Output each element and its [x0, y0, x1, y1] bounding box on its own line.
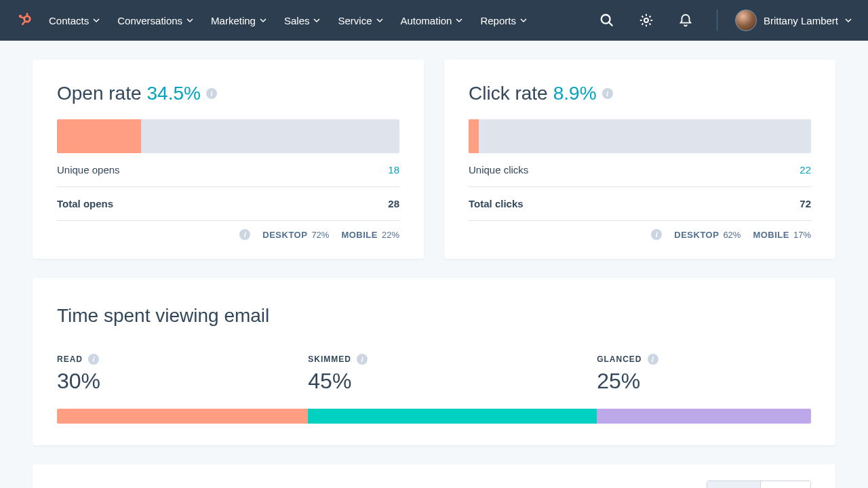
nav-contacts[interactable]: Contacts [49, 15, 100, 26]
read-value: 30% [57, 369, 308, 394]
info-icon[interactable]: i [357, 354, 368, 365]
open-rate-title: Open rate 34.5% i [57, 83, 399, 104]
chevron-down-icon [520, 17, 527, 24]
nav-automation[interactable]: Automation [401, 15, 463, 26]
read-label: READ [57, 354, 83, 364]
open-rate-card: Open rate 34.5% i Unique opens 18 Total … [33, 60, 424, 259]
bar-glanced [597, 409, 811, 424]
open-rate-label: Open rate [57, 83, 142, 104]
hubspot-logo-icon[interactable] [16, 12, 33, 28]
total-opens-value: 28 [388, 198, 399, 209]
nav-right-icons: Brittany Lambert [593, 7, 852, 34]
nav-label: Conversations [117, 15, 182, 26]
chevron-down-icon [93, 17, 100, 24]
skimmed-label: SKIMMED [308, 354, 351, 364]
nav-label: Automation [401, 15, 452, 26]
segment-read: READ i 30% [57, 354, 308, 394]
chevron-down-icon [845, 17, 852, 24]
bell-icon[interactable] [672, 7, 699, 34]
nav-marketing[interactable]: Marketing [211, 15, 267, 26]
skimmed-value: 45% [308, 369, 597, 394]
chevron-down-icon [186, 17, 193, 24]
bar-skimmed [308, 409, 597, 424]
chevron-down-icon [456, 17, 462, 24]
open-rate-bar-fill [57, 119, 141, 153]
bar-read [57, 409, 308, 424]
desktop-group: DESKTOP 62% [674, 230, 741, 240]
info-icon[interactable]: i [602, 88, 613, 99]
svg-point-6 [22, 23, 24, 25]
opens-clicks-toggle: Opens Clicks [707, 481, 811, 488]
svg-point-7 [601, 15, 610, 24]
info-icon[interactable]: i [206, 88, 217, 99]
time-spent-segments: READ i 30% SKIMMED i 45% GLANCED i 25% [57, 354, 811, 394]
click-rate-value: 8.9% [553, 83, 597, 104]
mobile-value: 17% [793, 230, 811, 240]
top-nav: Contacts Conversations Marketing Sales S… [0, 0, 868, 41]
total-clicks-label: Total clicks [469, 198, 524, 209]
info-icon[interactable]: i [88, 354, 99, 365]
nav-label: Sales [284, 15, 310, 26]
svg-point-9 [644, 18, 648, 22]
chevron-down-icon [313, 17, 320, 24]
nav-reports[interactable]: Reports [480, 15, 527, 26]
unique-opens-row: Unique opens 18 [57, 153, 399, 187]
info-icon[interactable]: i [651, 229, 662, 240]
click-rate-device-row: i DESKTOP 62% MOBILE 17% [469, 221, 811, 240]
total-opens-label: Total opens [57, 198, 113, 209]
desktop-value: 72% [311, 230, 329, 240]
time-spent-title: Time spent viewing email [57, 305, 811, 327]
svg-point-4 [26, 13, 28, 15]
user-menu[interactable]: Brittany Lambert [735, 9, 852, 31]
page-content: Open rate 34.5% i Unique opens 18 Total … [0, 41, 868, 488]
time-spent-card: Time spent viewing email READ i 30% SKIM… [33, 278, 835, 445]
mobile-label: MOBILE [341, 230, 378, 240]
open-rate-value: 34.5% [147, 83, 201, 104]
nav-label: Reports [480, 15, 516, 26]
nav-divider [717, 9, 717, 31]
click-rate-card: Click rate 8.9% i Unique clicks 22 Total… [444, 60, 835, 259]
mobile-value: 22% [382, 230, 399, 240]
segment-skimmed: SKIMMED i 45% [308, 354, 597, 394]
glanced-value: 25% [597, 369, 811, 394]
nav-label: Marketing [211, 15, 256, 26]
click-rate-bar [469, 119, 811, 153]
nav-label: Contacts [49, 15, 89, 26]
user-name: Brittany Lambert [764, 15, 838, 26]
glanced-label: GLANCED [597, 354, 642, 364]
desktop-label: DESKTOP [262, 230, 307, 240]
nav-sales[interactable]: Sales [284, 15, 321, 26]
click-rate-label: Click rate [469, 83, 548, 104]
svg-line-2 [22, 18, 26, 19]
gear-icon[interactable] [633, 7, 660, 34]
nav-service[interactable]: Service [338, 15, 382, 26]
toggle-clicks-button[interactable]: Clicks [760, 481, 810, 488]
activity-card: Open / click activity Opens Clicks [33, 464, 835, 488]
info-icon[interactable]: i [239, 229, 250, 240]
activity-title: Open / click activity [57, 481, 220, 488]
chevron-down-icon [260, 17, 267, 24]
desktop-label: DESKTOP [674, 230, 719, 240]
desktop-value: 62% [723, 230, 741, 240]
search-icon[interactable] [593, 7, 620, 34]
click-rate-title: Click rate 8.9% i [469, 83, 811, 104]
desktop-group: DESKTOP 72% [262, 230, 329, 240]
info-icon[interactable]: i [648, 354, 658, 365]
svg-line-8 [609, 22, 613, 26]
segment-glanced: GLANCED i 25% [597, 354, 811, 394]
total-clicks-value: 72 [800, 198, 811, 209]
nav-label: Service [338, 15, 372, 26]
unique-clicks-value[interactable]: 22 [800, 164, 811, 176]
nav-conversations[interactable]: Conversations [117, 15, 193, 26]
open-rate-device-row: i DESKTOP 72% MOBILE 22% [57, 221, 399, 240]
click-rate-bar-fill [469, 119, 479, 153]
avatar [735, 9, 757, 31]
unique-opens-value[interactable]: 18 [388, 164, 399, 176]
time-spent-stacked-bar [57, 409, 811, 424]
unique-clicks-row: Unique clicks 22 [469, 153, 811, 187]
total-opens-row: Total opens 28 [57, 187, 399, 221]
mobile-label: MOBILE [753, 230, 789, 240]
unique-clicks-label: Unique clicks [469, 164, 528, 176]
mobile-group: MOBILE 22% [341, 230, 399, 240]
toggle-opens-button[interactable]: Opens [707, 481, 760, 488]
